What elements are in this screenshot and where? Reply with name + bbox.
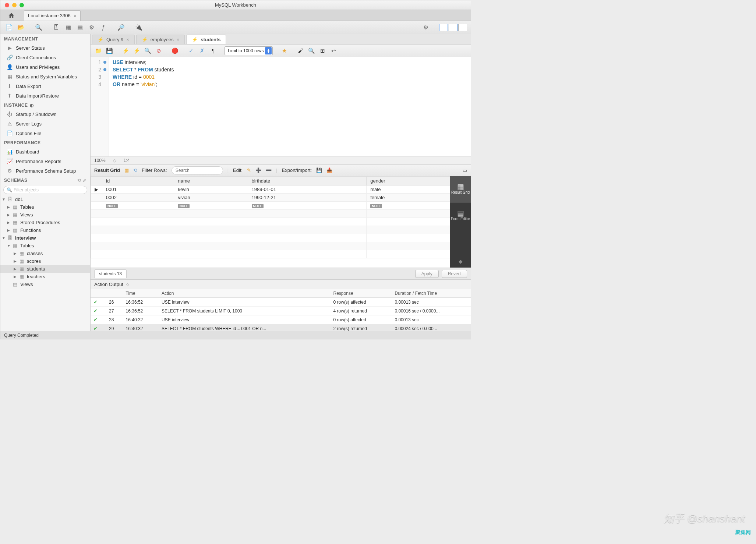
search-button[interactable]: 🔎 xyxy=(116,22,126,33)
edit-row-icon[interactable]: ✎ xyxy=(247,167,251,173)
close-icon[interactable]: × xyxy=(74,13,77,19)
tree-table-classes[interactable]: ▶▦classes xyxy=(0,250,90,257)
stop-button[interactable]: ⊘ xyxy=(154,46,163,56)
panel-bottom-button[interactable] xyxy=(449,24,458,31)
query-tab-students[interactable]: ⚡students xyxy=(186,35,226,44)
tree-views-interview[interactable]: ▤Views xyxy=(0,280,90,288)
tree-db-interview[interactable]: ▼🗄interview xyxy=(0,234,90,242)
execute-button[interactable]: ⚡ xyxy=(121,46,130,56)
create-procedure-button[interactable]: ⚙ xyxy=(86,22,97,33)
sidebar-item-performance-reports[interactable]: 📈Performance Reports xyxy=(0,156,90,166)
close-window-button[interactable] xyxy=(5,3,9,7)
tree-table-scores[interactable]: ▶▦scores xyxy=(0,257,90,265)
commit-button[interactable]: ✓ xyxy=(186,46,196,56)
filter-rows-label: Filter Rows: xyxy=(142,167,167,173)
table-row-null[interactable]: NULLNULLNULLNULL xyxy=(91,202,450,210)
result-tab[interactable]: students 13 xyxy=(94,269,127,278)
rollback-button[interactable]: ✗ xyxy=(197,46,207,56)
action-output-table[interactable]: TimeActionResponseDuration / Fetch Time✔… xyxy=(91,289,471,331)
panel-left-button[interactable] xyxy=(439,24,448,31)
tree-stored-procedures-db1[interactable]: ▶▦Stored Procedures xyxy=(0,219,90,226)
action-output-row[interactable]: ✔2616:36:52USE interview0 row(s) affecte… xyxy=(91,298,471,307)
maximize-window-button[interactable] xyxy=(20,3,24,7)
home-button[interactable] xyxy=(0,10,22,21)
create-function-button[interactable]: ƒ xyxy=(98,22,109,33)
inspector-button[interactable]: 🔍 xyxy=(33,22,44,33)
table-row[interactable]: ▶0001kevin1989-01-01male xyxy=(91,186,450,194)
toggle-autocommit-button[interactable]: 🔴 xyxy=(170,46,180,56)
beautify-button[interactable]: ★ xyxy=(279,46,289,56)
col-name[interactable]: name xyxy=(174,177,248,186)
import-icon[interactable]: 📥 xyxy=(326,167,332,173)
refresh-icon[interactable]: ⟲ xyxy=(133,167,137,173)
explain-button[interactable]: 🔍 xyxy=(143,46,152,56)
sidebar-item-options-file[interactable]: 📄Options File xyxy=(0,128,90,138)
side-tab-form-editor[interactable]: ▤Form Editor xyxy=(450,203,471,229)
side-tab-nav[interactable]: ◆ xyxy=(450,229,471,268)
sidebar-item-status-and-system-variables[interactable]: ▦Status and System Variables xyxy=(0,72,90,81)
tree-table-teachers[interactable]: ▶▦teachers xyxy=(0,273,90,280)
tree-table-students[interactable]: ▶▦students xyxy=(0,265,90,273)
delete-row-icon[interactable]: ➖ xyxy=(266,167,272,173)
open-file-button[interactable]: 📁 xyxy=(93,46,103,56)
filter-rows-input[interactable] xyxy=(172,166,223,174)
sidebar-item-data-export[interactable]: ⬇Data Export xyxy=(0,81,90,91)
col-gender[interactable]: gender xyxy=(367,177,450,186)
save-button[interactable]: 💾 xyxy=(105,46,114,56)
connection-tab[interactable]: Local instance 3306 × xyxy=(24,10,81,21)
close-icon[interactable]: × xyxy=(126,37,129,42)
close-icon[interactable]: × xyxy=(177,37,180,42)
filter-objects-input[interactable]: 🔍 Filter objects xyxy=(3,186,87,194)
settings-icon[interactable]: ⚙ xyxy=(421,22,431,33)
open-sql-button[interactable]: 📂 xyxy=(16,22,26,33)
sql-editor[interactable]: 1234 USE interview; SELECT * FROM studen… xyxy=(91,57,471,156)
revert-button[interactable]: Revert xyxy=(442,270,467,278)
action-output-row[interactable]: ✔2916:40:32SELECT * FROM students WHERE … xyxy=(91,324,471,331)
grid-view-icon[interactable]: ▦ xyxy=(124,167,129,173)
sidebar-item-startup-shutdown[interactable]: ⏻Startup / Shutdown xyxy=(0,109,90,119)
result-grid[interactable]: idnamebirthdategender▶0001kevin1989-01-0… xyxy=(91,176,450,268)
sidebar-item-data-import-restore[interactable]: ⬆Data Import/Restore xyxy=(0,91,90,100)
execute-current-button[interactable]: ⚡ xyxy=(132,46,141,56)
col-id[interactable]: id xyxy=(102,177,174,186)
action-output-row[interactable]: ✔2716:36:52SELECT * FROM students LIMIT … xyxy=(91,307,471,315)
side-tab-result-grid[interactable]: ▦Result Grid xyxy=(450,176,471,203)
col-birthdate[interactable]: birthdate xyxy=(248,177,367,186)
wrap-cell-icon[interactable]: ▭ xyxy=(463,167,467,173)
tree-tables-db1[interactable]: ▶▦Tables xyxy=(0,203,90,211)
action-output-dropdown-icon[interactable]: ◇ xyxy=(126,282,129,286)
query-tab-query-9[interactable]: ⚡Query 9× xyxy=(92,35,135,44)
tree-tables-interview[interactable]: ▼▦Tables xyxy=(0,242,90,250)
sidebar-item-server-status[interactable]: ▶Server Status xyxy=(0,43,90,53)
limit-rows-select[interactable]: Limit to 1000 rows ▲▼ xyxy=(225,46,273,55)
minimize-window-button[interactable] xyxy=(12,3,17,7)
reconnect-button[interactable]: 🔌 xyxy=(134,22,144,33)
find-button[interactable]: 🖌 xyxy=(296,46,305,56)
panel-right-button[interactable] xyxy=(458,24,467,31)
code-area[interactable]: USE interview; SELECT * FROM students WH… xyxy=(109,57,178,156)
schema-refresh-icon[interactable]: ⟲ ⤢ xyxy=(77,178,86,183)
wrap-button[interactable]: ↩ xyxy=(329,46,338,56)
apply-button[interactable]: Apply xyxy=(415,270,439,278)
export-icon[interactable]: 💾 xyxy=(316,167,322,173)
sidebar-item-dashboard[interactable]: 📊Dashboard xyxy=(0,147,90,156)
tree-views-db1[interactable]: ▶▦Views xyxy=(0,211,90,219)
add-row-icon[interactable]: ➕ xyxy=(255,167,261,173)
sidebar-item-performance-schema-setup[interactable]: ⚙Performance Schema Setup xyxy=(0,166,90,176)
sidebar-item-server-logs[interactable]: ⚠Server Logs xyxy=(0,119,90,128)
query-tab-employees[interactable]: ⚡employees× xyxy=(136,35,185,44)
tree-db-db1[interactable]: ▼🗄db1 xyxy=(0,195,90,203)
action-output-row[interactable]: ✔2816:40:32USE interview0 row(s) affecte… xyxy=(91,315,471,324)
sidebar-item-users-and-privileges[interactable]: 👤Users and Privileges xyxy=(0,62,90,72)
table-row[interactable]: 0002vivian1990-12-21female xyxy=(91,194,450,202)
create-schema-button[interactable]: 🗄 xyxy=(51,22,61,33)
search-code-button[interactable]: 🔍 xyxy=(307,46,316,56)
toggle-whitespace-button[interactable]: ¶ xyxy=(208,46,218,56)
zoom-level[interactable]: 100% xyxy=(94,158,106,163)
sidebar-item-client-connections[interactable]: 🔗Client Connections xyxy=(0,53,90,62)
create-view-button[interactable]: ▤ xyxy=(75,22,85,33)
invisible-chars-button[interactable]: ⊞ xyxy=(318,46,327,56)
tree-functions-db1[interactable]: ▶▦Functions xyxy=(0,226,90,234)
new-sql-tab-button[interactable]: 📄 xyxy=(4,22,14,33)
create-table-button[interactable]: ▦ xyxy=(63,22,73,33)
